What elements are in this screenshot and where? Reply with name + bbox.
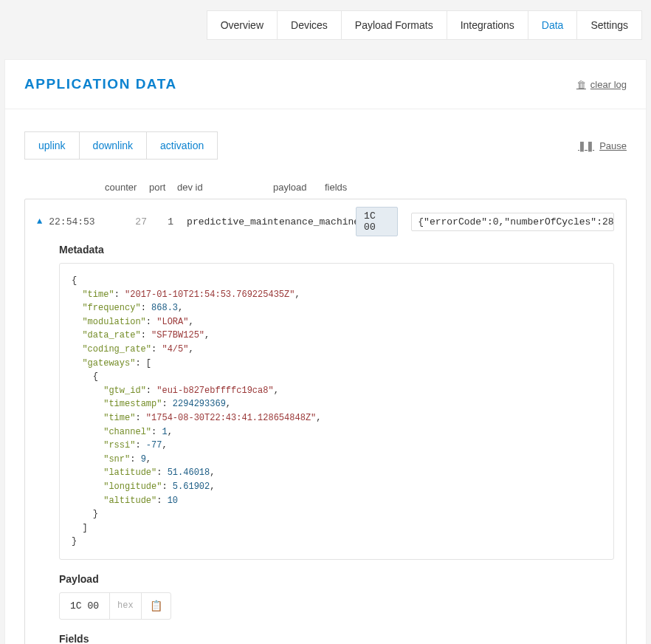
- column-headers: counter port dev id payload fields: [24, 182, 627, 193]
- entry-time: 22:54:53: [49, 216, 107, 227]
- collapse-toggle-icon[interactable]: ▲: [37, 216, 49, 227]
- entry-port: 1: [147, 216, 173, 227]
- entry-dev-id: predictive_maintenance_machine_42: [173, 216, 356, 227]
- top-nav: Overview Devices Payload Formats Integra…: [0, 0, 651, 40]
- filter-tab-uplink[interactable]: uplink: [24, 131, 80, 160]
- col-payload: payload: [273, 182, 325, 193]
- metadata-title: Metadata: [59, 244, 614, 256]
- entry-payload-badge: 1C 00: [356, 207, 398, 236]
- metadata-json: { "time": "2017-01-10T21:54:53.769225435…: [59, 263, 614, 560]
- filter-tab-activation[interactable]: activation: [146, 131, 218, 160]
- clear-log-button[interactable]: 🗑 clear log: [576, 79, 627, 90]
- tab-payload-formats[interactable]: Payload Formats: [341, 10, 447, 40]
- panel-title: APPLICATION DATA: [24, 76, 177, 92]
- col-port: port: [149, 182, 177, 193]
- tab-integrations[interactable]: Integrations: [447, 10, 528, 40]
- col-fields: fields: [325, 182, 347, 193]
- col-devid: dev id: [177, 182, 273, 193]
- panel-header: APPLICATION DATA 🗑 clear log: [5, 60, 646, 109]
- entry-counter: 27: [107, 216, 147, 227]
- tab-devices[interactable]: Devices: [277, 10, 342, 40]
- clear-log-label: clear log: [590, 79, 627, 90]
- copy-icon[interactable]: 📋: [141, 593, 170, 619]
- payload-value: 1C 00: [60, 593, 109, 619]
- panel-body: uplink downlink activation ❚❚ Pause coun…: [5, 109, 646, 644]
- entry-fields-text: {"errorCode":0,"numberOfCycles":28}: [418, 216, 614, 227]
- data-entries: ▲ 22:54:53 27 1 predictive_maintenance_m…: [24, 199, 627, 644]
- data-panel: APPLICATION DATA 🗑 clear log uplink down…: [4, 59, 647, 644]
- pause-icon: ❚❚: [578, 140, 594, 151]
- tab-overview[interactable]: Overview: [207, 10, 278, 40]
- entry-detail: Metadata { "time": "2017-01-10T21:54:53.…: [37, 244, 614, 644]
- fields-title: Fields: [59, 633, 614, 644]
- pause-label: Pause: [599, 140, 627, 151]
- filter-row: uplink downlink activation ❚❚ Pause: [24, 131, 627, 160]
- payload-format-label: hex: [109, 593, 141, 619]
- payload-title: Payload: [59, 573, 614, 585]
- pause-button[interactable]: ❚❚ Pause: [578, 140, 627, 151]
- filter-tabs: uplink downlink activation: [24, 131, 218, 160]
- col-counter: counter: [105, 182, 149, 193]
- tab-data[interactable]: Data: [528, 10, 578, 40]
- entry-fields-inline[interactable]: {"errorCode":0,"numberOfCycles":28} ⌄: [411, 213, 614, 231]
- data-row[interactable]: ▲ 22:54:53 27 1 predictive_maintenance_m…: [37, 201, 614, 244]
- tab-settings[interactable]: Settings: [576, 10, 642, 40]
- trash-icon: 🗑: [576, 79, 586, 90]
- filter-tab-downlink[interactable]: downlink: [79, 131, 147, 160]
- payload-box: 1C 00 hex 📋: [59, 592, 171, 620]
